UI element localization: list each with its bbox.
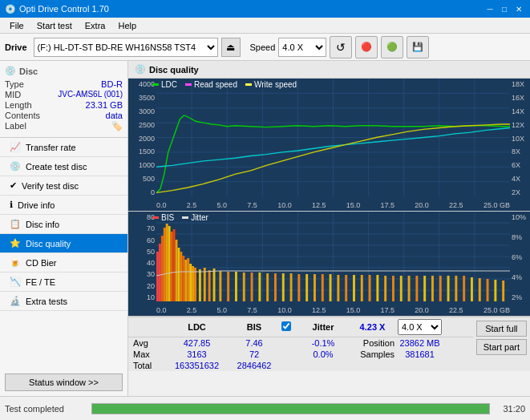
avg-jitter: -0.1% — [299, 338, 347, 348]
disc-contents-row: Contents data — [5, 111, 123, 120]
legend-ldc-label: LDC — [161, 80, 177, 89]
create-test-disc-label: Create test disc — [26, 162, 87, 172]
sidebar-item-cd-bier[interactable]: 🍺 CD Bier — [0, 253, 127, 273]
status-window-button[interactable]: Status window >> — [5, 374, 123, 391]
drive-label: Drive — [5, 42, 27, 52]
legend-write-speed-label: Write speed — [254, 80, 297, 89]
stats-speed-val: 4.23 X — [350, 322, 394, 332]
stats-speed-select[interactable]: 4.0 X — [398, 319, 442, 335]
chart-bottom-x-axis: 0.0 2.5 5.0 7.5 10.0 12.5 15.0 17.5 20.0… — [156, 301, 510, 316]
sidebar-item-fe-te[interactable]: 📉 FE / TE — [0, 273, 127, 292]
svg-rect-56 — [243, 273, 245, 301]
svg-rect-33 — [159, 244, 161, 301]
verify-button[interactable]: 🟢 — [381, 36, 403, 59]
position-label: Position — [350, 338, 394, 348]
eject-button[interactable]: ⏏ — [221, 38, 241, 57]
main-layout: 💿 Disc Type BD-R MID JVC-AMS6L (001) Len… — [0, 61, 530, 396]
content-area: 💿 Disc quality LDC Read speed Write spee… — [128, 61, 530, 396]
contents-value: data — [106, 111, 123, 120]
svg-rect-62 — [290, 273, 293, 301]
progress-bar-fill — [92, 404, 489, 414]
svg-rect-74 — [384, 276, 386, 301]
sidebar-item-create-test-disc[interactable]: 💿 Create test disc — [0, 157, 127, 176]
start-buttons: Start full Start part — [473, 317, 530, 371]
content-title: Disc quality — [149, 65, 199, 75]
drive-select[interactable]: (F:) HL-DT-ST BD-RE WH16NS58 TST4 — [34, 38, 218, 57]
svg-rect-32 — [156, 252, 159, 301]
save-button[interactable]: 💾 — [407, 36, 429, 59]
start-full-button[interactable]: Start full — [476, 321, 527, 337]
menu-help[interactable]: Help — [111, 19, 143, 32]
svg-rect-58 — [258, 273, 261, 301]
svg-rect-81 — [439, 276, 442, 301]
jitter-checkbox[interactable] — [281, 321, 291, 331]
menu-start-test[interactable]: Start test — [30, 19, 79, 32]
total-ldc: 163351632 — [167, 361, 227, 370]
svg-rect-55 — [235, 272, 237, 301]
disc-panel: 💿 Disc Type BD-R MID JVC-AMS6L (001) Len… — [0, 61, 127, 138]
sidebar-item-drive-info[interactable]: ℹ Drive info — [0, 196, 127, 215]
svg-rect-86 — [479, 278, 481, 301]
disc-mid-row: MID JVC-AMS6L (001) — [5, 90, 123, 99]
fe-te-icon: 📉 — [10, 277, 21, 287]
legend-jitter: Jitter — [182, 213, 208, 222]
svg-rect-52 — [213, 269, 216, 301]
sidebar-item-disc-info[interactable]: 📋 Disc info — [0, 215, 127, 234]
legend-write-speed: Write speed — [245, 80, 297, 89]
total-bis: 2846462 — [230, 361, 278, 370]
svg-rect-66 — [322, 274, 324, 301]
chart-bottom: BIS Jitter 80 70 60 50 40 30 20 10 1 — [128, 212, 530, 316]
chart-top: LDC Read speed Write speed 4000 3500 300… — [128, 79, 530, 212]
disc-quality-icon: ⭐ — [10, 238, 21, 248]
sidebar-item-verify-test-disc[interactable]: ✔ Verify test disc — [0, 176, 127, 196]
stats-table: LDC BIS Jitter 4.23 X 4.0 X Avg — [128, 317, 473, 371]
chart-bottom-y-right: 10% 8% 6% 4% 2% — [510, 212, 530, 301]
svg-rect-46 — [189, 264, 192, 301]
title-bar-controls: ─ □ ✕ — [483, 2, 525, 15]
title-bar-left: 💿 Opti Drive Control 1.70 — [5, 4, 109, 14]
start-part-button[interactable]: Start part — [476, 339, 527, 355]
svg-rect-70 — [353, 275, 355, 301]
legend-bis-label: BIS — [161, 213, 174, 222]
menu-file[interactable]: File — [3, 19, 30, 32]
speed-select[interactable]: 4.0 X 2.0 X 8.0 X — [278, 38, 326, 57]
chart-top-x-axis: 0.0 2.5 5.0 7.5 10.0 12.5 15.0 17.5 20.0… — [156, 196, 510, 211]
maximize-button[interactable]: □ — [498, 2, 511, 15]
disc-header: 💿 Disc — [5, 66, 123, 76]
samples-value: 381681 — [398, 349, 442, 359]
chart-bottom-y-left: 80 70 60 50 40 30 20 10 — [128, 212, 156, 301]
svg-rect-85 — [471, 277, 473, 301]
create-test-disc-icon: 💿 — [10, 161, 21, 172]
verify-test-disc-label: Verify test disc — [22, 181, 79, 191]
disc-quality-label: Disc quality — [26, 239, 71, 248]
svg-rect-49 — [199, 269, 201, 301]
jitter-checkbox-cell — [281, 321, 296, 333]
disc-label-row: Label 🏷️ — [5, 121, 123, 131]
menu-extra[interactable]: Extra — [79, 19, 112, 32]
svg-rect-64 — [305, 274, 308, 301]
chart-bottom-svg — [156, 212, 510, 301]
svg-rect-39 — [173, 229, 176, 301]
max-bis: 72 — [230, 349, 278, 359]
sidebar: 💿 Disc Type BD-R MID JVC-AMS6L (001) Len… — [0, 61, 128, 396]
legend-read-speed-label: Read speed — [194, 80, 237, 89]
sidebar-item-disc-quality[interactable]: ⭐ Disc quality — [0, 234, 127, 253]
sidebar-item-transfer-rate[interactable]: 📈 Transfer rate — [0, 138, 127, 157]
cd-bier-icon: 🍺 — [10, 257, 21, 268]
scan-button[interactable]: 🔴 — [355, 36, 378, 59]
stats-panel: LDC BIS Jitter 4.23 X 4.0 X Avg — [128, 316, 530, 396]
svg-rect-73 — [376, 275, 378, 301]
chart-top-y-right: 18X 16X 14X 12X 10X 8X 6X 4X 2X — [510, 79, 530, 196]
contents-label: Contents — [5, 111, 40, 120]
verify-test-disc-icon: ✔ — [10, 180, 17, 191]
chart-top-y-left: 4000 3500 3000 2500 2000 1500 1000 500 0 — [128, 79, 156, 196]
sidebar-item-extra-tests[interactable]: 🔬 Extra tests — [0, 292, 127, 311]
close-button[interactable]: ✕ — [512, 2, 525, 15]
chart-top-legend: LDC Read speed Write speed — [152, 80, 297, 89]
svg-rect-75 — [392, 276, 394, 301]
svg-rect-77 — [408, 276, 411, 301]
svg-rect-53 — [219, 271, 221, 301]
avg-bis: 7.46 — [230, 338, 278, 348]
refresh-button[interactable]: ↺ — [330, 36, 352, 59]
minimize-button[interactable]: ─ — [483, 2, 496, 15]
